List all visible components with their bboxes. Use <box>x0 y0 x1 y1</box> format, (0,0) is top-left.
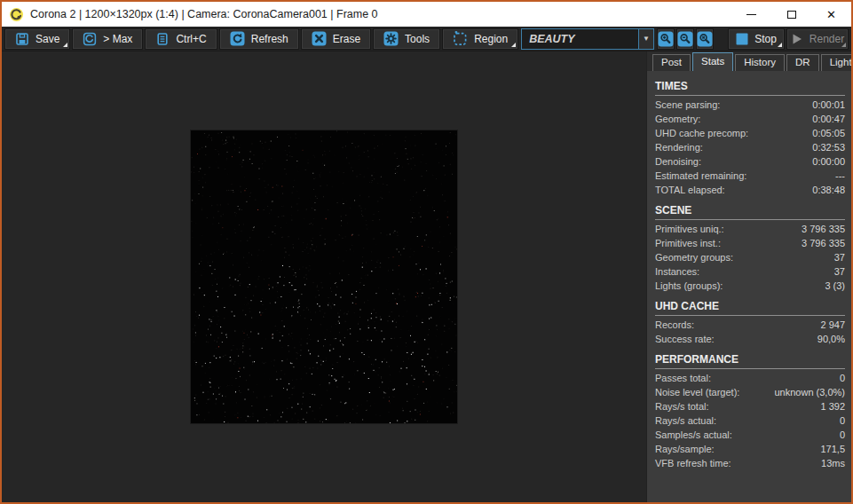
stats-section: SCENEPrimitives uniq.:3 796 335Primitive… <box>655 202 845 293</box>
stat-value: 0:00:01 <box>812 98 845 112</box>
copy-button[interactable]: Ctrl+C <box>145 28 217 50</box>
chevron-down-icon[interactable]: ▼ <box>638 29 653 49</box>
maximize-button[interactable] <box>771 2 811 27</box>
render-image[interactable] <box>191 130 457 423</box>
stat-value: 1 392 <box>820 399 845 413</box>
stat-value: 3 796 335 <box>802 236 845 250</box>
save-label: Save <box>36 33 59 45</box>
stat-value: 0:00:47 <box>812 112 845 126</box>
stat-label: Rays/sample: <box>655 442 715 456</box>
zoom-reset-button[interactable] <box>696 28 714 50</box>
to-max-button[interactable]: > Max <box>72 28 143 50</box>
stat-row: Rays/sample:171,5 <box>655 442 845 456</box>
corona-vfb-window: Corona 2 | 1200×1320px (1:4) | Camera: C… <box>0 0 853 504</box>
stat-value: 0 <box>840 428 845 442</box>
stat-row: Success rate:90,0% <box>655 332 845 346</box>
corona-logo-icon <box>9 7 24 22</box>
maximize-icon <box>787 11 796 19</box>
stop-label: Stop <box>754 33 777 45</box>
stat-label: Success rate: <box>655 332 715 346</box>
window-title: Corona 2 | 1200×1320px (1:4) | Camera: C… <box>30 8 731 20</box>
save-floppy-icon <box>15 32 29 46</box>
stat-row: Noise level (target):unknown (3,0%) <box>655 385 845 399</box>
stat-label: Estimated remaining: <box>655 169 746 183</box>
stat-label: Records: <box>655 318 694 332</box>
tools-label: Tools <box>405 33 430 45</box>
stat-row: Records:2 947 <box>655 318 845 332</box>
zoom-in-icon <box>658 31 674 47</box>
render-label: Render <box>810 33 844 45</box>
stat-label: Lights (groups): <box>655 279 723 293</box>
stat-row: Rays/s actual:0 <box>655 413 845 428</box>
tab-history[interactable]: History <box>735 54 785 71</box>
minimize-button[interactable] <box>731 2 771 27</box>
close-button[interactable]: ✕ <box>811 2 851 27</box>
channel-select[interactable]: BEAUTY ▼ <box>521 28 654 50</box>
stat-row: Rays/s total:1 392 <box>655 399 845 413</box>
stat-row: Geometry:0:00:47 <box>655 112 845 126</box>
tools-button[interactable]: Tools <box>373 28 440 50</box>
section-title: PERFORMANCE <box>655 351 845 369</box>
erase-label: Erase <box>333 33 360 45</box>
stat-value: 3 (3) <box>825 279 845 293</box>
refresh-label: Refresh <box>251 33 288 45</box>
stat-label: Scene parsing: <box>655 98 720 112</box>
stat-label: Instances: <box>655 264 699 279</box>
copy-label: Ctrl+C <box>176 33 206 45</box>
tab-stats[interactable]: Stats <box>692 52 733 71</box>
region-marquee-icon <box>453 31 468 46</box>
stat-label: Noise level (target): <box>655 385 739 399</box>
stat-value: unknown (3,0%) <box>775 385 846 399</box>
stat-label: Geometry: <box>655 112 700 126</box>
region-label: Region <box>474 33 508 45</box>
stat-row: Samples/s actual:0 <box>655 428 845 442</box>
stats-sections: TIMESScene parsing:0:00:01Geometry:0:00:… <box>647 71 851 502</box>
channel-value: BEAUTY <box>522 33 638 45</box>
stat-row: Estimated remaining:--- <box>655 169 845 183</box>
stat-label: VFB refresh time: <box>655 456 731 470</box>
zoom-in-button[interactable] <box>657 28 675 50</box>
tab-post[interactable]: Post <box>652 54 691 71</box>
stats-panel: PostStatsHistoryDRLightMix TIMESScene pa… <box>646 51 851 502</box>
tab-dr[interactable]: DR <box>786 54 819 71</box>
stat-value: 3 796 335 <box>802 222 845 236</box>
stat-value: 37 <box>834 264 845 279</box>
save-button[interactable]: Save <box>4 28 70 50</box>
region-button[interactable]: Region <box>442 28 518 50</box>
stat-label: Passes total: <box>655 371 711 385</box>
stat-label: Geometry groups: <box>655 250 733 264</box>
region-menu-corner <box>511 43 516 47</box>
stat-row: Instances:37 <box>655 264 845 279</box>
stat-value: 0:05:05 <box>812 126 845 140</box>
stat-label: Primitives inst.: <box>655 236 721 250</box>
stat-value: 90,0% <box>817 332 845 346</box>
to-max-label: > Max <box>103 33 132 45</box>
zoom-out-button[interactable] <box>676 28 694 50</box>
stat-label: Rendering: <box>655 140 703 154</box>
stat-label: Denoising: <box>655 154 701 169</box>
section-title: TIMES <box>655 78 845 96</box>
stats-section: UHD CACHERecords:2 947Success rate:90,0% <box>655 298 845 346</box>
tab-lightmix[interactable]: LightMix <box>821 54 853 71</box>
render-menu-corner <box>841 43 846 47</box>
clipboard-icon <box>155 32 170 46</box>
gear-icon <box>383 31 399 46</box>
stat-row: Primitives inst.:3 796 335 <box>655 236 845 250</box>
titlebar: Corona 2 | 1200×1320px (1:4) | Camera: C… <box>2 2 851 27</box>
stat-label: UHD cache precomp: <box>655 126 748 140</box>
stat-value: 0:00:00 <box>812 154 845 169</box>
stat-value: 0:32:53 <box>812 140 845 154</box>
stat-row: TOTAL elapsed:0:38:48 <box>655 183 845 197</box>
refresh-button[interactable]: Refresh <box>219 28 299 50</box>
stat-value: 0:38:48 <box>812 183 845 197</box>
stat-row: Scene parsing:0:00:01 <box>655 98 845 112</box>
zoom-reset-icon <box>697 31 713 47</box>
stat-row: Rendering:0:32:53 <box>655 140 845 154</box>
stop-button[interactable]: Stop <box>728 28 785 50</box>
stop-icon <box>736 33 748 45</box>
minimize-icon <box>746 14 756 15</box>
erase-button[interactable]: Erase <box>301 28 371 50</box>
render-button[interactable]: Render <box>786 28 849 50</box>
stat-value: 2 947 <box>820 318 845 332</box>
stats-section: PERFORMANCEPasses total:0Noise level (ta… <box>655 351 845 470</box>
